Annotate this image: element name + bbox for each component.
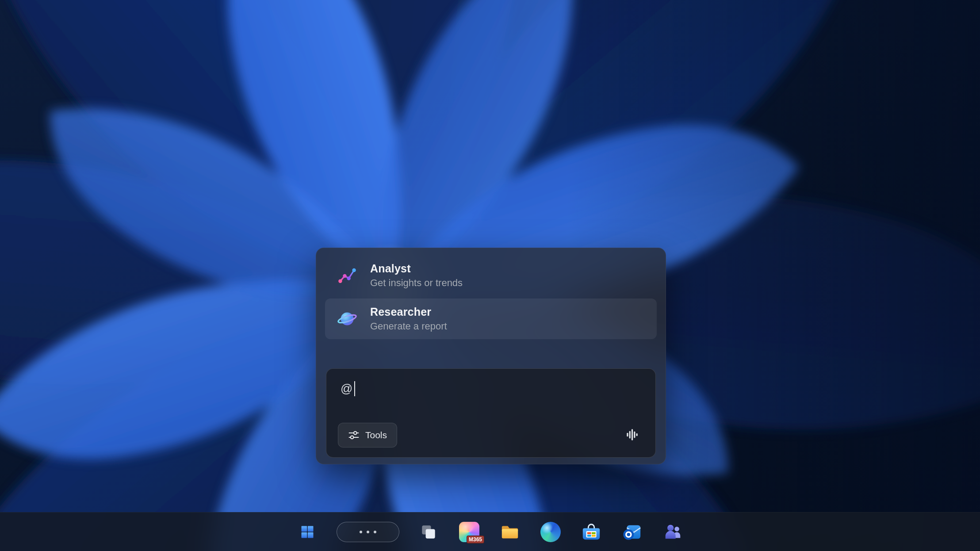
- start-button[interactable]: [296, 520, 319, 543]
- agent-option-researcher[interactable]: Researcher Generate a report: [325, 298, 657, 339]
- stacked-windows-icon: [419, 522, 438, 542]
- tools-button[interactable]: Tools: [338, 423, 397, 448]
- microsoft-store-button[interactable]: [580, 520, 603, 543]
- m365-badge: M365: [467, 536, 484, 543]
- outlook-icon: [622, 522, 642, 542]
- store-icon: [581, 522, 601, 542]
- edge-button[interactable]: [539, 520, 562, 543]
- sliders-icon: [348, 429, 360, 441]
- voice-input-button[interactable]: [623, 425, 641, 444]
- windows-logo-icon: [299, 524, 315, 540]
- agent-option-analyst[interactable]: Analyst Get insights or trends: [325, 255, 657, 296]
- tools-label: Tools: [365, 430, 387, 440]
- composer-input-value: @: [341, 382, 352, 396]
- task-view-button[interactable]: [417, 520, 440, 543]
- agent-description: Get insights or trends: [370, 277, 463, 289]
- taskbar-more-pill[interactable]: [337, 522, 399, 542]
- m365-copilot-button[interactable]: M365: [458, 520, 481, 543]
- outlook-button[interactable]: [620, 520, 643, 543]
- copilot-agent-panel: Analyst Get insights or trends: [316, 248, 666, 464]
- analyst-icon: [337, 265, 358, 286]
- folder-icon: [500, 522, 520, 542]
- teams-button[interactable]: [661, 520, 684, 543]
- edge-icon: [540, 522, 561, 542]
- composer-text[interactable]: @: [341, 381, 355, 396]
- waveform-icon: [624, 427, 639, 442]
- copilot-composer-input[interactable]: @ Tools: [326, 368, 656, 458]
- file-explorer-button[interactable]: [498, 520, 521, 543]
- agent-name: Analyst: [370, 262, 463, 275]
- ellipsis-dot: [360, 531, 362, 533]
- taskbar: M365: [0, 512, 980, 551]
- ellipsis-dot: [374, 531, 376, 533]
- text-caret: [354, 381, 355, 396]
- agent-description: Generate a report: [370, 321, 447, 332]
- teams-icon: [662, 522, 683, 542]
- desktop: Analyst Get insights or trends: [0, 0, 980, 551]
- agent-name: Researcher: [370, 306, 447, 318]
- researcher-icon: [337, 308, 358, 329]
- ellipsis-dot: [367, 531, 369, 533]
